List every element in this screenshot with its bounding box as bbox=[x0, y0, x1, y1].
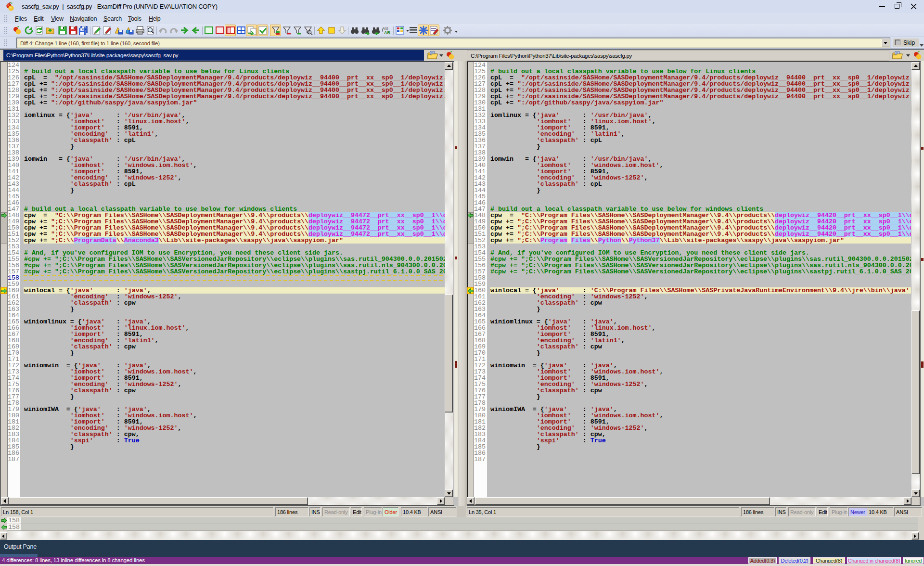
svg-text:AB: AB bbox=[384, 30, 390, 35]
